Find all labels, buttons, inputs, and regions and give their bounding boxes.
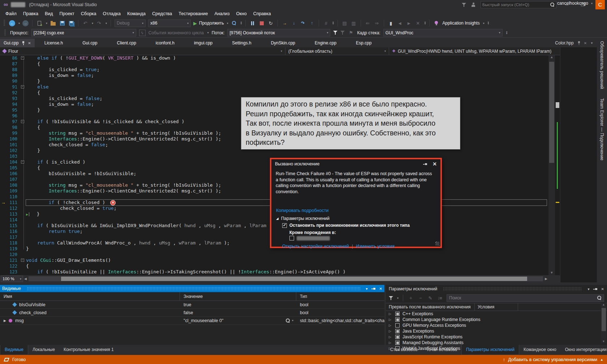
menu-item-Справка[interactable]: Справка — [250, 10, 274, 17]
menu-item-Отладка[interactable]: Отладка — [100, 10, 124, 17]
tab-Gui.cpp[interactable]: Gui.cpp✕ — [0, 39, 35, 47]
window-menu-icon[interactable]: ▾ — [366, 287, 368, 291]
open-file-icon[interactable] — [51, 22, 56, 26]
step-into-icon[interactable]: ↓ — [290, 19, 297, 27]
scroll-down-icon[interactable]: ▼ — [601, 340, 606, 343]
overflow-icon[interactable]: ▾▾ — [425, 22, 426, 25]
toolbar-grip[interactable] — [4, 20, 5, 26]
solution-platform-combo[interactable]: x86▾ — [148, 20, 191, 27]
checkbox-mixed-icon[interactable] — [395, 329, 400, 333]
quick-launch-search[interactable] — [481, 1, 556, 8]
exception-category-JavaScript Runtime Exceptions[interactable]: ▷JavaScript Runtime Exceptions — [386, 334, 607, 340]
process-combo[interactable]: [2284] csgo.exe▾ — [31, 29, 136, 36]
exception-settings-title-bar[interactable]: Параметры исключений ▾ ✕ — [386, 285, 607, 293]
column-type[interactable]: Тип — [296, 292, 384, 300]
add-to-source-control-button[interactable]: ↑ Добавить в систему управления версиями… — [503, 357, 607, 362]
overflow-icon[interactable]: ▾▾ — [241, 22, 242, 25]
exception-search-box[interactable] — [447, 294, 604, 302]
pin-icon[interactable] — [371, 286, 376, 291]
next-bookmark-icon[interactable]: ► — [406, 19, 412, 27]
scroll-down-icon[interactable]: ▼ — [548, 271, 555, 274]
fold-collapse-icon[interactable]: − — [21, 259, 24, 262]
autos-name-cell[interactable]: ▶msg — [0, 317, 180, 324]
tab-Параметры исключений[interactable]: Параметры исключений — [461, 345, 519, 355]
add-icon[interactable]: ＋ — [408, 294, 414, 302]
hscroll-track[interactable] — [29, 276, 543, 281]
checkbox-mixed-icon[interactable] — [395, 341, 400, 345]
exception-category-Java Exceptions[interactable]: ▷Java Exceptions — [386, 328, 607, 334]
account-name[interactable]: cancelhookcsgo — [557, 1, 588, 6]
undo-icon[interactable]: ↶ — [82, 19, 89, 27]
column-conditions[interactable]: Условия — [475, 303, 518, 311]
chevron-down-icon[interactable]: ▼ — [590, 42, 593, 45]
tab-Esp.cpp[interactable]: Esp.cpp — [346, 39, 381, 47]
overflow-icon[interactable]: ▾▾ — [332, 22, 334, 25]
application-insights-icon[interactable] — [435, 21, 438, 25]
autos-row-msg[interactable]: ▶msg"cl_mouseenable 0"▾std::basic_string… — [0, 317, 384, 325]
checkbox-mixed-icon[interactable] — [395, 317, 400, 322]
except-module-checkbox[interactable] — [289, 236, 330, 240]
thread-combo[interactable]: [9756] Основной поток▾ — [227, 29, 330, 36]
code-line-89[interactable]: 89 is_down = false; — [0, 73, 548, 78]
uncomment-icon[interactable]: ▥ — [350, 19, 357, 27]
close-icon[interactable]: ✕ — [28, 41, 31, 45]
filter-icon[interactable] — [389, 296, 393, 300]
expander-icon[interactable]: ▷ — [389, 335, 392, 339]
chevron-down-icon[interactable]: ▾ — [397, 296, 399, 300]
exception-search-input[interactable] — [449, 295, 597, 300]
hex-display-icon[interactable]: # — [323, 19, 329, 27]
exception-icon[interactable]: ✕ — [110, 200, 116, 205]
magnifier-icon[interactable] — [286, 318, 290, 323]
pin-icon[interactable] — [577, 41, 581, 45]
column-break-on-thrown[interactable]: Прервать после вызванного исключения — [386, 303, 475, 311]
tab-color-hpp[interactable]: Color.hpp ✕ ▼ — [551, 39, 597, 47]
fold-collapse-icon[interactable]: − — [21, 160, 24, 164]
menu-item-Правка[interactable]: Правка — [20, 10, 42, 17]
feedback-icon[interactable] — [462, 3, 466, 7]
menu-item-Проект[interactable]: Проект — [56, 10, 78, 17]
exception-settings-section[interactable]: ◢ Параметры исключений — [276, 216, 330, 221]
expander-icon[interactable]: ▷ — [389, 324, 392, 327]
code-line-90[interactable]: 90 } — [0, 78, 548, 84]
solution-configuration-combo[interactable]: Debug▾ — [115, 20, 146, 27]
hscroll-thumb[interactable] — [61, 277, 527, 281]
edit-conditions-link[interactable]: Изменить условия — [356, 244, 395, 249]
save-icon[interactable] — [60, 21, 65, 26]
menu-item-Анализ[interactable]: Анализ — [211, 10, 233, 17]
tab-Gui.cpp[interactable]: Gui.cpp — [73, 39, 107, 47]
navigate-backward-button[interactable]: ← — [9, 20, 15, 26]
autos-value-cell[interactable]: false — [180, 309, 296, 316]
dialog-header[interactable]: Вызвано исключение ✕ — [271, 159, 440, 169]
fold-collapse-icon[interactable]: − — [21, 120, 24, 123]
menu-item-Команда[interactable]: Команда — [124, 10, 149, 17]
zoom-combo[interactable]: 100 % ▾ — [1, 276, 23, 282]
profile-icon[interactable] — [471, 3, 475, 7]
increase-indent-icon[interactable]: ⇒ — [374, 19, 380, 27]
autohide-tab-Обозреватель решений[interactable]: Обозреватель решений — [597, 40, 607, 90]
continue-button[interactable]: ▶ Продолжить ▾ — [193, 21, 228, 26]
window-menu-icon[interactable]: ▾ — [588, 287, 590, 291]
checkbox-empty-icon[interactable] — [395, 323, 400, 328]
menu-item-Средства[interactable]: Средства — [149, 10, 175, 17]
code-line-123[interactable]: 123 if ( !bIsGuiInitalize || Interfaces:… — [0, 269, 548, 275]
previous-bookmark-icon[interactable]: ◄ — [397, 19, 403, 27]
tab-Видимые[interactable]: Видимые — [0, 345, 28, 355]
chevron-down-icon[interactable]: ▾ — [92, 22, 93, 25]
chevron-down-icon[interactable]: ▾ — [106, 22, 107, 25]
editor-vertical-scrollbar[interactable]: ▲ ▼ — [548, 55, 555, 275]
tab-DynSkin.cpp[interactable]: DynSkin.cpp — [261, 39, 305, 47]
scroll-up-icon[interactable]: ▲ — [601, 303, 606, 306]
tab-Командное окно[interactable]: Командное окно — [519, 345, 561, 355]
scroll-left-icon[interactable]: ◀ — [23, 277, 28, 281]
clear-bookmarks-icon[interactable]: ✕ — [415, 19, 421, 27]
step-over-icon[interactable]: ↷ — [300, 19, 306, 27]
scrollbar-thumb[interactable] — [602, 308, 606, 331]
edit-icon[interactable]: ✎ — [427, 294, 434, 302]
show-next-statement-icon[interactable]: → — [281, 19, 288, 27]
stack-frame-combo[interactable]: GUI_WndProc▾ — [383, 29, 503, 36]
restart-icon[interactable]: ↻ — [267, 19, 274, 27]
find-icon[interactable] — [232, 21, 236, 25]
tab-iconfont.h[interactable]: iconfont.h — [146, 39, 184, 47]
comment-icon[interactable]: ▤ — [341, 19, 348, 27]
redo-icon[interactable]: ↷ — [96, 19, 102, 27]
